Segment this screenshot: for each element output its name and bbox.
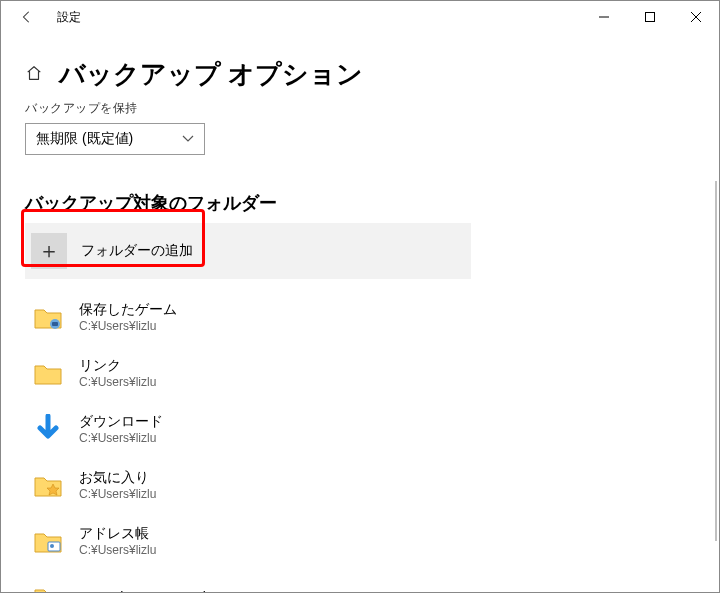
links-folder-icon xyxy=(33,358,63,388)
folder-path: C:¥Users¥lizlu xyxy=(79,487,156,501)
folder-path: C:¥Users¥lizlu xyxy=(79,375,156,389)
folder-item-downloads[interactable]: ダウンロード C:¥Users¥lizlu xyxy=(33,401,695,457)
scrollbar[interactable] xyxy=(715,181,717,541)
folder-item-links[interactable]: リンク C:¥Users¥lizlu xyxy=(33,345,695,401)
titlebar: 設定 xyxy=(1,1,719,33)
home-icon[interactable] xyxy=(25,64,43,86)
folder-name: OneDrive - Personal xyxy=(79,589,206,593)
folder-path: C:¥Users¥lizlu xyxy=(79,319,177,333)
folder-item-contacts[interactable]: アドレス帳 C:¥Users¥lizlu xyxy=(33,513,695,569)
downloads-icon xyxy=(33,414,63,444)
folder-name: お気に入り xyxy=(79,469,156,487)
add-folder-label: フォルダーの追加 xyxy=(81,242,193,260)
onedrive-folder-icon xyxy=(33,582,63,593)
folder-name: ダウンロード xyxy=(79,413,163,431)
page-header: バックアップ オプション xyxy=(25,57,695,92)
contacts-folder-icon xyxy=(33,526,63,556)
folder-path: C:¥Users¥lizlu xyxy=(79,431,163,445)
folder-path: C:¥Users¥lizlu xyxy=(79,543,156,557)
page-title: バックアップ オプション xyxy=(59,57,363,92)
folder-list: 保存したゲーム C:¥Users¥lizlu リンク C:¥Users¥lizl… xyxy=(25,289,695,593)
svg-rect-4 xyxy=(48,542,60,551)
minimize-icon xyxy=(599,12,609,22)
folder-item-favorites[interactable]: お気に入り C:¥Users¥lizlu xyxy=(33,457,695,513)
minimize-button[interactable] xyxy=(581,1,627,33)
arrow-left-icon xyxy=(20,10,34,24)
add-folder-button[interactable]: ＋ フォルダーの追加 xyxy=(25,223,471,279)
folder-item-onedrive[interactable]: OneDrive - Personal xyxy=(33,569,695,593)
window-title: 設定 xyxy=(57,9,81,26)
saved-games-folder-icon xyxy=(33,302,63,332)
close-icon xyxy=(691,12,701,22)
content-area: バックアップ オプション バックアップを保持 無期限 (既定値) バックアップ対… xyxy=(1,33,719,593)
dropdown-value: 無期限 (既定値) xyxy=(36,130,133,148)
section-title: バックアップ対象のフォルダー xyxy=(25,191,695,215)
folder-name: リンク xyxy=(79,357,156,375)
retention-label: バックアップを保持 xyxy=(25,100,695,117)
svg-rect-3 xyxy=(52,322,58,326)
window-controls xyxy=(581,1,719,33)
svg-point-5 xyxy=(50,544,54,548)
back-button[interactable] xyxy=(9,1,45,33)
folder-name: アドレス帳 xyxy=(79,525,156,543)
close-button[interactable] xyxy=(673,1,719,33)
plus-icon: ＋ xyxy=(31,233,67,269)
favorites-folder-icon xyxy=(33,470,63,500)
folder-item-saved-games[interactable]: 保存したゲーム C:¥Users¥lizlu xyxy=(33,289,695,345)
retention-dropdown[interactable]: 無期限 (既定値) xyxy=(25,123,205,155)
svg-rect-1 xyxy=(646,13,655,22)
chevron-down-icon xyxy=(182,133,194,145)
maximize-icon xyxy=(645,12,655,22)
folder-name: 保存したゲーム xyxy=(79,301,177,319)
maximize-button[interactable] xyxy=(627,1,673,33)
